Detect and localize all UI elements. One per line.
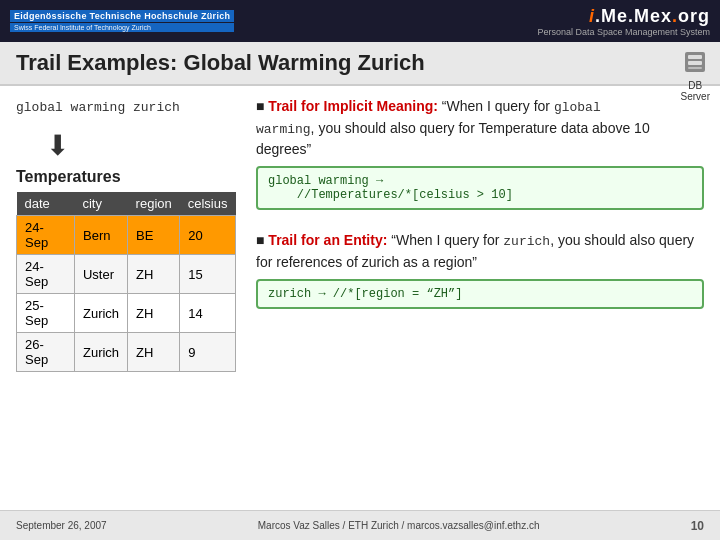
entity-trail-text: zurich → //*[region = “ZH”] <box>268 287 462 301</box>
cell-region: ZH <box>128 333 180 372</box>
left-panel: global warming zurich ⬇ Temperatures dat… <box>16 96 236 498</box>
cell-city: Zurich <box>74 333 127 372</box>
cell-city: Bern <box>74 216 127 255</box>
cell-date: 24-Sep <box>17 216 75 255</box>
header-bar: Eidgenössische Technische Hochschule Zür… <box>0 0 720 42</box>
table-header-row: date city region celsius <box>17 192 236 216</box>
cell-date: 25-Sep <box>17 294 75 333</box>
eth-logo-line2: Swiss Federal Institute of Technology Zu… <box>10 23 234 32</box>
implicit-meaning-section: ■ Trail for Implicit Meaning: “When I qu… <box>256 96 704 210</box>
cell-date: 24-Sep <box>17 255 75 294</box>
implicit-title-strong: Trail for Implicit Meaning: <box>268 98 438 114</box>
right-panel: ■ Trail for Implicit Meaning: “When I qu… <box>256 96 704 498</box>
eth-logo-line1: Eidgenössische Technische Hochschule Zür… <box>10 10 234 22</box>
temperatures-title: Temperatures <box>16 168 236 186</box>
imemex-subtitle: Personal Data Space Management System <box>537 27 710 37</box>
implicit-trail-line2: //Temperatures/*[celsius > 10] <box>268 188 513 202</box>
query-text: global warming zurich <box>16 96 236 119</box>
entity-trail-box: zurich → //*[region = “ZH”] <box>256 279 704 309</box>
cell-celsius: 14 <box>180 294 236 333</box>
cell-celsius: 15 <box>180 255 236 294</box>
col-region: region <box>128 192 180 216</box>
cell-date: 26-Sep <box>17 333 75 372</box>
page-title: Trail Examples: Global Warming Zurich <box>0 42 720 86</box>
entity-section: ■ Trail for an Entity: “When I query for… <box>256 230 704 309</box>
footer-author: Marcos Vaz Salles / ETH Zurich / marcos.… <box>258 520 540 531</box>
cell-region: ZH <box>128 255 180 294</box>
cell-city: Zurich <box>74 294 127 333</box>
table-row: 26-SepZurichZH9 <box>17 333 236 372</box>
cell-region: BE <box>128 216 180 255</box>
svg-rect-1 <box>688 55 702 59</box>
entity-title-text: ■ Trail for an Entity: “When I query for… <box>256 230 704 273</box>
db-server-text: DB <box>681 80 710 91</box>
table-body: 24-SepBernBE2024-SepUsterZH1525-SepZuric… <box>17 216 236 372</box>
db-icon <box>681 48 709 76</box>
col-city: city <box>74 192 127 216</box>
table-row: 25-SepZurichZH14 <box>17 294 236 333</box>
db-server-text2: Server <box>681 91 710 102</box>
svg-rect-2 <box>688 61 702 65</box>
table-row: 24-SepUsterZH15 <box>17 255 236 294</box>
page-number: 10 <box>691 519 704 533</box>
arrow-down-icon: ⬇ <box>46 129 236 162</box>
entity-title-strong: Trail for an Entity: <box>268 232 387 248</box>
db-server-label: DB Server <box>681 48 710 102</box>
footer: September 26, 2007 Marcos Vaz Salles / E… <box>0 510 720 540</box>
table-row: 24-SepBernBE20 <box>17 216 236 255</box>
main-content: global warming zurich ⬇ Temperatures dat… <box>0 86 720 508</box>
footer-date: September 26, 2007 <box>16 520 107 531</box>
cell-celsius: 9 <box>180 333 236 372</box>
implicit-title-text: ■ Trail for Implicit Meaning: “When I qu… <box>256 96 704 160</box>
cell-celsius: 20 <box>180 216 236 255</box>
eth-logo: Eidgenössische Technische Hochschule Zür… <box>10 10 234 32</box>
implicit-trail-line1: global warming → <box>268 174 383 188</box>
implicit-trail-box: global warming → //Temperatures/*[celsiu… <box>256 166 704 210</box>
col-celsius: celsius <box>180 192 236 216</box>
cell-city: Uster <box>74 255 127 294</box>
temperatures-table: date city region celsius 24-SepBernBE202… <box>16 192 236 372</box>
cell-region: ZH <box>128 294 180 333</box>
col-date: date <box>17 192 75 216</box>
svg-rect-3 <box>688 67 702 69</box>
imemex-logo: i.Me.Mex.org <box>589 6 710 27</box>
